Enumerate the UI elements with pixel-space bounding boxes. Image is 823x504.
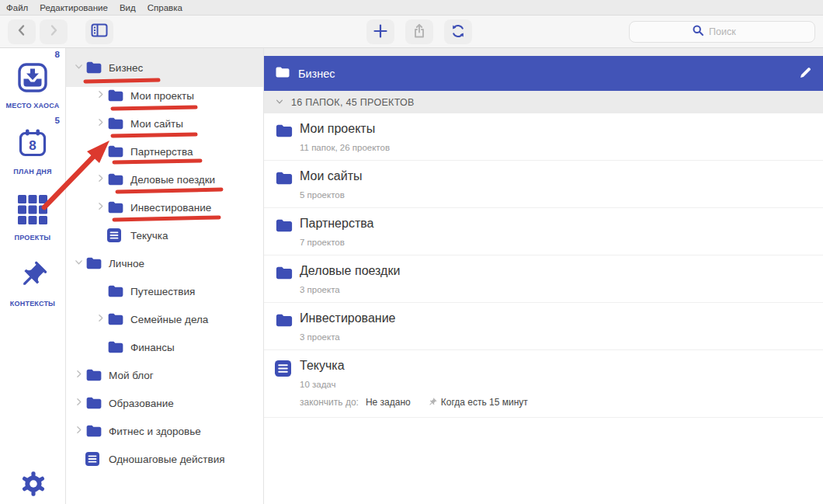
folder-icon bbox=[275, 313, 292, 349]
list-icon bbox=[275, 360, 292, 417]
chevron-right-icon[interactable] bbox=[95, 89, 106, 103]
tree-item[interactable]: Образование bbox=[66, 389, 263, 417]
chevron-right-icon[interactable] bbox=[74, 396, 84, 410]
tree-item[interactable]: Фитнес и здоровье bbox=[66, 417, 263, 445]
sidebar-item-план-дня[interactable]: 58ПЛАН ДНЯ bbox=[0, 114, 65, 180]
item-subtitle: 5 проектов bbox=[300, 189, 362, 200]
menu-bar: ФайлРедактированиеВидСправка bbox=[0, 0, 823, 16]
list-item[interactable]: Мои проекты11 папок, 26 проектов bbox=[264, 113, 823, 161]
tree-item-label: Партнерства bbox=[130, 146, 193, 158]
chevron-right-icon[interactable] bbox=[95, 172, 106, 186]
tree-item[interactable]: Мои сайты bbox=[66, 109, 263, 137]
list-item[interactable]: Текучка10 задачзакончить до:Не заданоКог… bbox=[264, 350, 823, 418]
list-item[interactable]: Партнерства7 проектов bbox=[264, 208, 823, 255]
sidebar-item-label: ПЛАН ДНЯ bbox=[13, 168, 51, 176]
sidebar-item-проекты[interactable]: ПРОЕКТЫ bbox=[0, 180, 65, 246]
menu-item[interactable]: Редактирование bbox=[40, 3, 108, 12]
menu-item[interactable]: Справка bbox=[148, 3, 182, 12]
refresh-icon bbox=[450, 23, 466, 41]
settings-button[interactable] bbox=[20, 471, 47, 499]
tree-item[interactable]: Мой блог bbox=[66, 361, 263, 389]
grid-icon bbox=[17, 194, 48, 228]
plus-icon bbox=[373, 23, 388, 41]
item-subtitle: 3 проекта bbox=[300, 332, 396, 342]
chevron-right-icon bbox=[47, 23, 61, 40]
tree-item-label: Инвестирование bbox=[130, 202, 211, 214]
list-item[interactable]: Деловые поездки3 проекта bbox=[264, 255, 823, 303]
chevron-down-icon[interactable] bbox=[74, 61, 84, 75]
tree-item-label: Мой блог bbox=[109, 370, 154, 381]
tree-item[interactable]: Партнерства bbox=[66, 137, 263, 165]
tree-item-label: Семейные дела bbox=[130, 314, 208, 325]
edit-button[interactable] bbox=[799, 66, 812, 82]
chevron-right-icon[interactable] bbox=[74, 424, 84, 438]
folder-icon bbox=[107, 200, 124, 214]
tree-item-label: Мои проекты bbox=[130, 90, 194, 102]
badge-count: 8 bbox=[55, 50, 60, 59]
folder-icon bbox=[107, 312, 124, 326]
tree-item[interactable]: Деловые поездки bbox=[66, 165, 263, 193]
item-title: Мои сайты bbox=[300, 169, 362, 184]
chevron-right-icon[interactable] bbox=[95, 200, 106, 214]
chevron-right-icon[interactable] bbox=[95, 116, 106, 130]
toggle-sidebar-button[interactable] bbox=[85, 19, 113, 44]
tree-item-label: Путешествия bbox=[130, 286, 195, 297]
chevron-right-icon[interactable] bbox=[95, 312, 106, 326]
pencil-icon bbox=[799, 70, 812, 82]
sidebar-item-контексты[interactable]: КОНТЕКСТЫ bbox=[0, 246, 65, 312]
tree-item-label: Финансы bbox=[130, 342, 175, 353]
chevron-right-icon[interactable] bbox=[74, 368, 84, 382]
forward-button[interactable] bbox=[40, 19, 68, 44]
chevron-down-icon bbox=[275, 96, 284, 109]
list-item[interactable]: Инвестирование3 проекта bbox=[264, 303, 823, 350]
tree-item[interactable]: Текучка bbox=[66, 221, 263, 249]
tree-item-label: Бизнес bbox=[109, 62, 143, 74]
svg-text:8: 8 bbox=[29, 138, 36, 153]
item-title: Мои проекты bbox=[300, 121, 390, 137]
tree-item-label: Образование bbox=[109, 398, 174, 409]
tree-item[interactable]: Семейные дела bbox=[66, 305, 263, 333]
item-subtitle: 10 задач bbox=[300, 379, 528, 390]
tree-item[interactable]: Одношаговые действия bbox=[66, 445, 263, 473]
folder-icon bbox=[85, 61, 102, 75]
folder-icon bbox=[85, 396, 102, 410]
item-title: Партнерства bbox=[300, 216, 373, 231]
tree-item[interactable]: Путешествия bbox=[66, 277, 263, 305]
tree-item[interactable]: Финансы bbox=[66, 333, 263, 361]
sync-button[interactable] bbox=[444, 19, 472, 44]
search-box[interactable] bbox=[629, 21, 815, 43]
add-button[interactable] bbox=[366, 19, 394, 44]
folder-icon bbox=[275, 123, 292, 160]
sidebar-item-label: МЕСТО ХАОСА bbox=[6, 102, 60, 109]
tree-item[interactable]: Инвестирование bbox=[66, 193, 263, 221]
badge-count: 5 bbox=[55, 116, 60, 125]
pin-icon bbox=[17, 260, 48, 294]
page-title: Бизнес bbox=[298, 68, 799, 80]
tree-item-label: Фитнес и здоровье bbox=[109, 426, 201, 437]
folder-icon bbox=[275, 266, 292, 302]
item-subtitle: 11 папок, 26 проектов bbox=[300, 142, 390, 153]
section-header[interactable]: 16 ПАПОК, 45 ПРОЕКТОВ bbox=[264, 91, 823, 113]
folder-icon bbox=[107, 144, 124, 158]
back-button[interactable] bbox=[8, 19, 36, 44]
sidebar-item-место-хаоса[interactable]: 8МЕСТО ХАОСА bbox=[0, 48, 65, 114]
search-input[interactable] bbox=[709, 26, 752, 37]
item-title: Текучка bbox=[300, 358, 528, 374]
section-label: 16 ПАПОК, 45 ПРОЕКТОВ bbox=[291, 97, 415, 108]
folder-icon bbox=[107, 89, 124, 103]
sidebar-layout-icon bbox=[91, 23, 108, 40]
search-icon bbox=[692, 24, 704, 40]
list-icon bbox=[85, 452, 102, 466]
folder-icon bbox=[275, 66, 290, 82]
tree-item[interactable]: Личное bbox=[66, 249, 263, 277]
tree-item[interactable]: Мои проекты bbox=[66, 82, 263, 109]
chevron-down-icon[interactable] bbox=[74, 256, 84, 270]
deadline-label: закончить до: bbox=[300, 397, 359, 408]
list-item[interactable]: Мои сайты5 проектов bbox=[264, 161, 823, 208]
item-title: Инвестирование bbox=[300, 311, 396, 326]
folder-icon bbox=[275, 218, 292, 255]
menu-item[interactable]: Файл bbox=[6, 3, 28, 12]
tree-item[interactable]: Бизнес bbox=[66, 54, 263, 82]
menu-item[interactable]: Вид bbox=[120, 3, 136, 12]
share-button[interactable] bbox=[405, 19, 433, 44]
